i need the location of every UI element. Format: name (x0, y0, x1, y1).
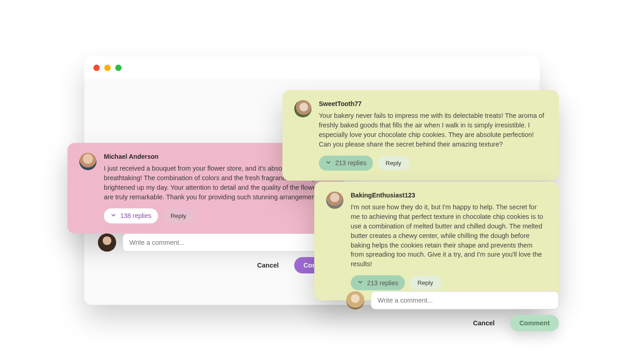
avatar (294, 100, 312, 117)
comment-body: I'm not sure how they do it, but I'm hap… (351, 202, 547, 269)
replies-toggle[interactable]: 213 replies (319, 156, 373, 171)
replies-toggle[interactable]: 213 replies (351, 275, 405, 290)
replies-count-label: 213 replies (335, 159, 367, 167)
chevron-down-icon (325, 159, 332, 167)
replies-toggle[interactable]: 138 replies (104, 208, 158, 223)
avatar (346, 291, 364, 309)
cancel-button[interactable]: Cancel (464, 315, 504, 331)
cancel-button[interactable]: Cancel (248, 257, 288, 273)
comment-card-green: SweetTooth77 Your bakery never fails to … (282, 90, 559, 181)
comment-body: Your bakery never fails to impress me wi… (319, 111, 547, 149)
avatar (326, 192, 343, 209)
comment-card-green: BakingEnthusiast123 I'm not sure how the… (314, 182, 559, 300)
avatar (98, 233, 116, 252)
window-maximize-dot[interactable] (115, 65, 122, 71)
replies-count-label: 138 replies (120, 212, 152, 219)
reply-button[interactable]: Reply (163, 209, 195, 223)
window-titlebar (84, 56, 540, 79)
chevron-down-icon (357, 279, 363, 287)
stage: Michael Anderson I just received a bouqu… (0, 0, 624, 364)
comment-button[interactable]: Comment (510, 315, 559, 331)
window-minimize-dot[interactable] (104, 65, 111, 71)
comment-username: BakingEnthusiast123 (351, 192, 547, 199)
reply-button[interactable]: Reply (378, 156, 410, 170)
window-close-dot[interactable] (93, 65, 100, 71)
compose-block: Cancel Comment (346, 291, 559, 331)
comment-username: SweetTooth77 (319, 100, 547, 107)
comment-input[interactable] (123, 233, 343, 252)
compose-block: Cancel Comment (98, 233, 343, 273)
chevron-down-icon (110, 212, 117, 220)
reply-button[interactable]: Reply (409, 276, 442, 290)
replies-count-label: 213 replies (367, 279, 399, 287)
avatar (79, 153, 97, 170)
comment-input[interactable] (371, 291, 559, 309)
